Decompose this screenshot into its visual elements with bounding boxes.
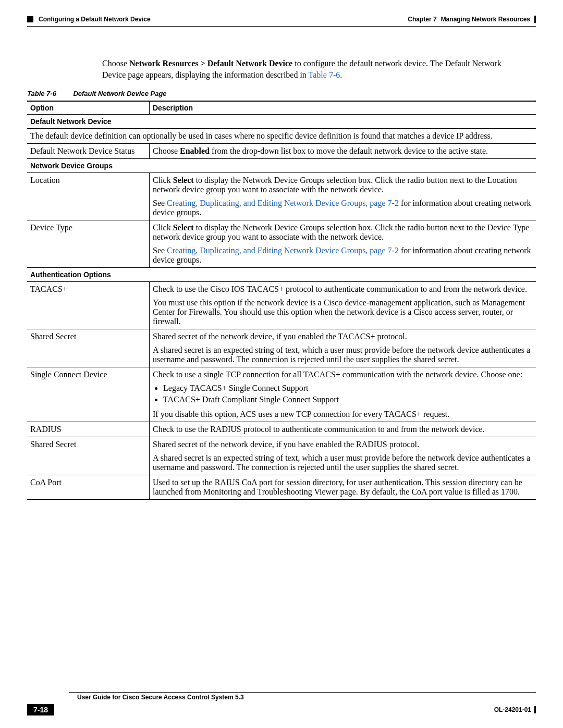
intro-text: Choose bbox=[102, 59, 129, 68]
footer-bar-icon bbox=[534, 706, 536, 713]
table-7-6: Table 7-6 Default Network Device Page Op… bbox=[27, 90, 536, 500]
bold-text: Enabled bbox=[180, 146, 210, 155]
header-left: Configuring a Default Network Device bbox=[27, 16, 151, 23]
desc-cell: Click Select to display the Network Devi… bbox=[150, 220, 536, 268]
option-cell: Device Type bbox=[27, 220, 150, 268]
text: Choose bbox=[153, 146, 180, 155]
option-cell: TACACS+ bbox=[27, 282, 150, 329]
section-title: Authentication Options bbox=[27, 268, 536, 282]
option-cell: CoA Port bbox=[27, 475, 150, 500]
bold-text: Select bbox=[173, 223, 194, 232]
list-item: TACACS+ Draft Compliant Single Connect S… bbox=[163, 395, 533, 404]
text: to display the Network Device Groups sel… bbox=[153, 176, 517, 194]
text: from the drop-down list box to move the … bbox=[210, 146, 488, 155]
option-cell: Single Connect Device bbox=[27, 367, 150, 422]
text: A shared secret is an expected string of… bbox=[153, 453, 533, 472]
table-row: RADIUS Check to use the RADIUS protocol … bbox=[27, 422, 536, 437]
text: If you disable this option, ACS uses a n… bbox=[153, 410, 533, 419]
desc-cell: Used to set up the RAIUS CoA port for se… bbox=[150, 475, 536, 500]
running-header: Configuring a Default Network Device Cha… bbox=[27, 16, 536, 23]
table-row: Shared Secret Shared secret of the netwo… bbox=[27, 329, 536, 367]
section-header: Authentication Options bbox=[27, 268, 536, 282]
doc-id: OL-24201-01 bbox=[494, 706, 536, 713]
option-cell: Default Network Device Status bbox=[27, 144, 150, 159]
desc-cell: Shared secret of the network device, if … bbox=[150, 437, 536, 475]
page-number-badge: 7-18 bbox=[27, 704, 54, 715]
section-title: Default Network Device bbox=[27, 115, 536, 129]
options-table: Option Description Default Network Devic… bbox=[27, 102, 536, 499]
text: Check to use the Cisco IOS TACACS+ proto… bbox=[153, 285, 533, 294]
section-title: Configuring a Default Network Device bbox=[39, 16, 151, 23]
text: See bbox=[153, 246, 167, 255]
text: Click bbox=[153, 176, 173, 184]
text: See bbox=[153, 199, 167, 207]
header-bar-icon bbox=[534, 16, 536, 23]
header-square-icon bbox=[27, 16, 33, 22]
ndg-link[interactable]: Creating, Duplicating, and Editing Netwo… bbox=[167, 199, 399, 207]
desc-cell: Check to use a single TCP connection for… bbox=[150, 367, 536, 422]
col-description: Description bbox=[150, 102, 536, 115]
text: A shared secret is an expected string of… bbox=[153, 346, 533, 364]
text: Click bbox=[153, 223, 173, 232]
table-row: Single Connect Device Check to use a sin… bbox=[27, 367, 536, 422]
section-title: Network Device Groups bbox=[27, 159, 536, 173]
option-cell: Shared Secret bbox=[27, 329, 150, 367]
bullet-list: Legacy TACACS+ Single Connect Support TA… bbox=[153, 384, 533, 404]
table-row: CoA Port Used to set up the RAIUS CoA po… bbox=[27, 475, 536, 500]
doc-id-text: OL-24201-01 bbox=[494, 706, 531, 713]
table-row: Default Network Device Status Choose Ena… bbox=[27, 144, 536, 159]
section-header: Default Network Device bbox=[27, 115, 536, 129]
header-rule bbox=[27, 26, 536, 27]
option-cell: Location bbox=[27, 173, 150, 220]
table-caption: Table 7-6 Default Network Device Page bbox=[27, 90, 536, 97]
section-desc-text: The default device definition can option… bbox=[27, 129, 536, 144]
caption-number: Table 7-6 bbox=[27, 90, 56, 97]
col-option: Option bbox=[27, 102, 150, 115]
page-footer: User Guide for Cisco Secure Access Contr… bbox=[27, 691, 536, 715]
desc-cell: Click Select to display the Network Devi… bbox=[150, 173, 536, 220]
header-right: Chapter 7 Managing Network Resources bbox=[408, 16, 536, 23]
option-cell: RADIUS bbox=[27, 422, 150, 437]
section-header: Network Device Groups bbox=[27, 159, 536, 173]
text: Shared secret of the network device, if … bbox=[153, 332, 533, 341]
desc-cell: Shared secret of the network device, if … bbox=[150, 329, 536, 367]
desc-cell: Choose Enabled from the drop-down list b… bbox=[150, 144, 536, 159]
footer-guide-title: User Guide for Cisco Secure Access Contr… bbox=[77, 694, 536, 701]
table-bottom-rule bbox=[27, 499, 536, 500]
page: Configuring a Default Network Device Cha… bbox=[0, 0, 563, 728]
bold-text: Select bbox=[173, 176, 194, 184]
section-description: The default device definition can option… bbox=[27, 129, 536, 144]
desc-cell: Check to use the Cisco IOS TACACS+ proto… bbox=[150, 282, 536, 329]
text: You must use this option if the network … bbox=[153, 298, 533, 326]
table-row: Device Type Click Select to display the … bbox=[27, 220, 536, 268]
ndg-link[interactable]: Creating, Duplicating, and Editing Netwo… bbox=[167, 246, 399, 255]
text: Check to use a single TCP connection for… bbox=[153, 370, 533, 379]
table-header-row: Option Description bbox=[27, 102, 536, 115]
intro-text: . bbox=[340, 70, 342, 79]
intro-nav-path: Network Resources > Default Network Devi… bbox=[129, 59, 292, 68]
desc-cell: Check to use the RADIUS protocol to auth… bbox=[150, 422, 536, 437]
table-7-6-link[interactable]: Table 7-6 bbox=[309, 70, 340, 79]
option-cell: Shared Secret bbox=[27, 437, 150, 475]
chapter-number: Chapter 7 bbox=[408, 16, 436, 23]
list-item: Legacy TACACS+ Single Connect Support bbox=[163, 384, 533, 393]
table-row: Location Click Select to display the Net… bbox=[27, 173, 536, 220]
text: to display the Network Device Groups sel… bbox=[153, 223, 529, 241]
table-row: Shared Secret Shared secret of the netwo… bbox=[27, 437, 536, 475]
text: Shared secret of the network device, if … bbox=[153, 440, 533, 449]
caption-title: Default Network Device Page bbox=[73, 90, 166, 97]
footer-rule bbox=[69, 692, 536, 693]
table-row: TACACS+ Check to use the Cisco IOS TACAC… bbox=[27, 282, 536, 329]
intro-paragraph: Choose Network Resources > Default Netwo… bbox=[102, 58, 511, 80]
chapter-title: Managing Network Resources bbox=[441, 16, 530, 23]
